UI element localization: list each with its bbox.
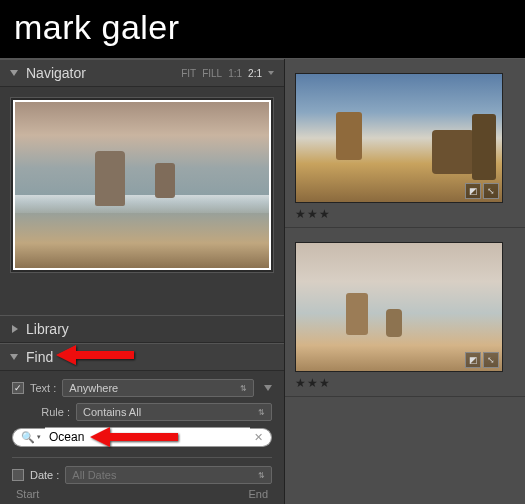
crop-badge-icon[interactable]: ⤡ [483,183,499,199]
end-label[interactable]: End [248,488,268,500]
search-input[interactable] [45,427,250,447]
rating-stars[interactable]: ★★★ [295,376,515,390]
expand-icon [12,325,18,333]
navigator-preview[interactable] [10,97,274,273]
rule-combo[interactable]: Contains All ⇅ [76,403,272,421]
zoom-1-1[interactable]: 1:1 [228,68,242,79]
collapse-icon [10,354,18,360]
chevron-updown-icon: ⇅ [258,408,265,417]
chevron-down-icon: ▾ [37,433,41,441]
library-title: Library [26,321,274,337]
grid-cell[interactable]: ◩ ⤡ ★★★ [285,59,525,228]
crop-badge-icon[interactable]: ⤡ [483,352,499,368]
date-combo[interactable]: All Dates ⇅ [65,466,272,484]
metadata-badge-icon[interactable]: ◩ [465,352,481,368]
date-label: Date : [30,469,59,481]
grid-cell[interactable]: ◩ ⤡ ★★★ [285,228,525,397]
date-checkbox[interactable]: ✓ [12,469,24,481]
filter-menu-icon[interactable] [264,385,272,391]
rating-stars[interactable]: ★★★ [295,207,515,221]
collapse-icon [10,70,18,76]
start-label[interactable]: Start [16,488,39,500]
text-criteria-row: ✓ Text : Anywhere ⇅ [12,379,272,397]
text-checkbox[interactable]: ✓ [12,382,24,394]
rule-value: Contains All [83,406,141,418]
grid-panel: ◩ ⤡ ★★★ ◩ ⤡ ★★★ [285,59,525,504]
chevron-updown-icon: ⇅ [258,471,265,480]
date-value: All Dates [72,469,116,481]
text-scope-combo[interactable]: Anywhere ⇅ [62,379,254,397]
navigator-zoom-modes[interactable]: FIT FILL 1:1 2:1 [181,68,274,79]
left-panel: Navigator FIT FILL 1:1 2:1 Library [0,59,285,504]
library-header[interactable]: Library [0,315,284,343]
thumbnail-image[interactable]: ◩ ⤡ [295,73,503,203]
search-row: 🔍 ▾ ✕ [12,427,272,447]
clear-search-button[interactable]: ✕ [250,428,272,447]
text-scope-value: Anywhere [69,382,118,394]
navigator-title: Navigator [26,65,181,81]
navigator-image [13,100,271,270]
main-layout: Navigator FIT FILL 1:1 2:1 Library [0,58,525,504]
text-label: Text : [30,382,56,394]
navigator-header[interactable]: Navigator FIT FILL 1:1 2:1 [0,59,284,87]
find-title: Find [26,349,274,365]
thumbnail-image[interactable]: ◩ ⤡ [295,242,503,372]
zoom-fill[interactable]: FILL [202,68,222,79]
rule-label: Rule : [12,406,70,418]
zoom-dropdown-icon[interactable] [268,71,274,75]
search-scope-button[interactable]: 🔍 ▾ [12,428,45,447]
brand-title: mark galer [0,0,525,58]
rule-row: Rule : Contains All ⇅ [12,403,272,421]
search-icon: 🔍 [21,431,35,444]
find-panel-body: ✓ Text : Anywhere ⇅ Rule : Contains All … [0,371,284,504]
date-range-row: Start End [12,484,272,500]
chevron-updown-icon: ⇅ [240,384,247,393]
zoom-2-1[interactable]: 2:1 [248,68,262,79]
metadata-badge-icon[interactable]: ◩ [465,183,481,199]
zoom-fit[interactable]: FIT [181,68,196,79]
find-header[interactable]: Find [0,343,284,371]
date-row: ✓ Date : All Dates ⇅ [12,457,272,484]
